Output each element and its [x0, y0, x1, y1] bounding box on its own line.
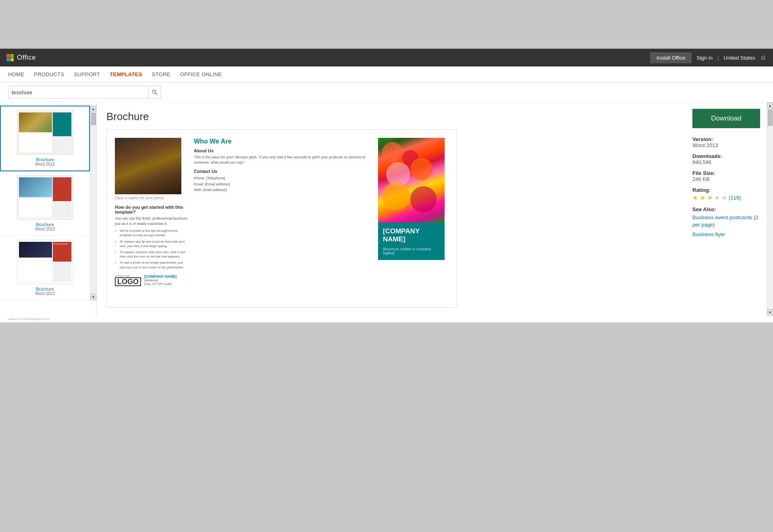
sidebar: Brochure Word 2013 [0, 102, 97, 316]
company-address: [COMPANY NAME] [Address] [City, ST ZIP C… [144, 274, 177, 286]
nav-home[interactable]: HOME [8, 67, 24, 81]
preview-flowers-photo [378, 138, 445, 222]
nav-store[interactable]: STORE [152, 67, 170, 81]
company-name-box: [COMPANY NAME] [383, 227, 440, 244]
sidebar-item-1[interactable]: Brochure Word 2013 [0, 106, 90, 171]
company-box: [COMPANY NAME] [Brochure subtitle or com… [378, 222, 445, 260]
downloads-label: Downloads: [692, 153, 760, 159]
sidebar-sub-1: Word 2013 [35, 162, 55, 166]
company-tagline: [Brochure subtitle or company tagline] [383, 247, 440, 255]
address-line2: [City, ST ZIP Code] [144, 282, 177, 286]
scroll-down-button[interactable]: ▼ [91, 294, 96, 300]
nav-office-online[interactable]: OFFICE ONLINE [180, 67, 222, 81]
logo-area: replace with LOGO [COMPANY NAME] [Addres… [115, 274, 187, 286]
about-us-title: About Us [194, 148, 372, 153]
search-icon [152, 89, 158, 95]
search-button[interactable] [148, 86, 161, 98]
center-col: Who We Are About Us This is the place fo… [194, 138, 372, 286]
nav-templates[interactable]: TEMPLATES [110, 67, 142, 81]
replace-with-text: replace with [115, 274, 141, 277]
nav-support[interactable]: SUPPORT [74, 67, 100, 81]
how-to-intro: You can use this fresh, professional bro… [115, 216, 187, 226]
template-thumb-1 [17, 110, 73, 155]
sidebar-label-1: Brochure [36, 157, 54, 162]
download-button[interactable]: Download [692, 109, 760, 128]
sign-in-link[interactable]: Sign in [696, 55, 713, 61]
file-size-label: File Size: [692, 170, 760, 176]
bullet-3: To replace a picture with your own, clic… [120, 250, 187, 259]
about-us-text: This is the place for your 'elevator pit… [194, 155, 372, 165]
bullet-4: To add a photo to an empty placeholder, … [120, 260, 187, 269]
address-line1: [Address] [144, 278, 177, 282]
search-input[interactable] [8, 88, 148, 97]
contact-phone: Phone: [Telephone] [194, 175, 372, 181]
star-2[interactable]: ★ [700, 194, 705, 202]
header-right: Install Office Sign in | United States ☺ [650, 52, 767, 63]
search-bar [8, 86, 161, 99]
star-1[interactable]: ★ [692, 194, 698, 202]
bullet-2: To replace any tip text (such as this) w… [120, 239, 187, 248]
page-title: Brochure [106, 110, 676, 123]
sidebar-item-2[interactable]: Brochure Word 2013 [0, 171, 90, 236]
star-5[interactable]: ★ [721, 194, 727, 202]
sidebar-label-3: Brochure [36, 287, 54, 291]
svg-line-1 [156, 93, 157, 95]
region-text: United States [724, 55, 755, 61]
how-to-list: We've included a few tips throughout the… [115, 229, 187, 270]
see-also-section: See Also: Business event postcards (2 pe… [692, 206, 760, 239]
smiley-icon[interactable]: ☺ [760, 54, 767, 61]
search-bar-container [0, 83, 773, 102]
star-half[interactable]: ★ [707, 194, 713, 202]
contact-email: Email: [Email address] [194, 181, 372, 187]
sidebar-label-2: Brochure [36, 222, 54, 227]
rating-label: Rating: [692, 187, 760, 193]
install-office-button[interactable]: Install Office [650, 52, 692, 63]
watermark: www.microsofttemplates.com [0, 316, 773, 322]
who-we-are-title: Who We Are [194, 138, 372, 145]
sidebar-sub-3: Word 2013 [35, 291, 55, 296]
rating-count[interactable]: (119) [729, 195, 741, 201]
bullet-1: We've included a few tips throughout the… [120, 229, 187, 237]
nav-products[interactable]: PRODUCTS [34, 67, 64, 81]
office-header: Office Install Office Sign in | United S… [0, 49, 773, 66]
file-size-value: 246 KB [692, 176, 760, 182]
contact-details: Phone: [Telephone] Email: [Email address… [194, 175, 372, 193]
template-thumb-3: Company Name [17, 240, 73, 284]
rating-section: Rating: ★ ★ ★ ★ ★ (119) [692, 187, 760, 202]
see-also-link-1[interactable]: Business event postcards (2 per page) [692, 214, 760, 229]
version-value: Word 2013 [692, 142, 760, 148]
file-size-section: File Size: 246 KB [692, 170, 760, 182]
scroll-up-button[interactable]: ▲ [91, 106, 96, 112]
page-scroll-down[interactable]: ▼ [767, 309, 773, 316]
sidebar-item-3[interactable]: Company Name Brochure Word 2013 [0, 236, 90, 300]
right-col: [COMPANY NAME] [Brochure subtitle or com… [378, 138, 449, 286]
preview-restaurant-photo [115, 138, 181, 194]
contact-us-title: Contact Us [194, 169, 372, 174]
page-scroll-up[interactable]: ▲ [767, 102, 773, 109]
page-scroll-thumb [768, 110, 773, 126]
see-also-label: See Also: [692, 206, 760, 212]
downloads-section: Downloads: 940,596 [692, 153, 760, 165]
right-panel: Download Version: Word 2013 Downloads: 9… [686, 102, 767, 316]
office-logo-icon [6, 54, 14, 61]
star-4[interactable]: ★ [714, 194, 720, 202]
contact-web: Web: [Web address] [194, 187, 372, 193]
template-preview-area: [Type a caption for your photo] How do y… [106, 129, 457, 308]
scroll-thumb [91, 113, 96, 125]
main-nav: HOME PRODUCTS SUPPORT TEMPLATES STORE OF… [0, 66, 773, 83]
office-logo[interactable]: Office [6, 54, 36, 62]
version-label: Version: [692, 136, 760, 142]
logo-text: LOGO [115, 277, 141, 286]
version-section: Version: Word 2013 [692, 136, 760, 148]
page-scrollbar: ▲ ▼ [767, 102, 773, 316]
separator: | [717, 55, 719, 61]
svg-point-0 [153, 90, 156, 94]
company-name-small: [COMPANY NAME] [144, 274, 177, 278]
office-logo-text: Office [17, 54, 36, 62]
see-also-link-2[interactable]: Business flyer [692, 231, 760, 238]
photo-caption: [Type a caption for your photo] [115, 196, 187, 200]
how-to-title: How do you get started with this templat… [115, 205, 187, 214]
stars-container: ★ ★ ★ ★ ★ (119) [692, 194, 760, 202]
template-thumb-2 [17, 175, 73, 220]
sidebar-sub-2: Word 2013 [35, 227, 55, 231]
